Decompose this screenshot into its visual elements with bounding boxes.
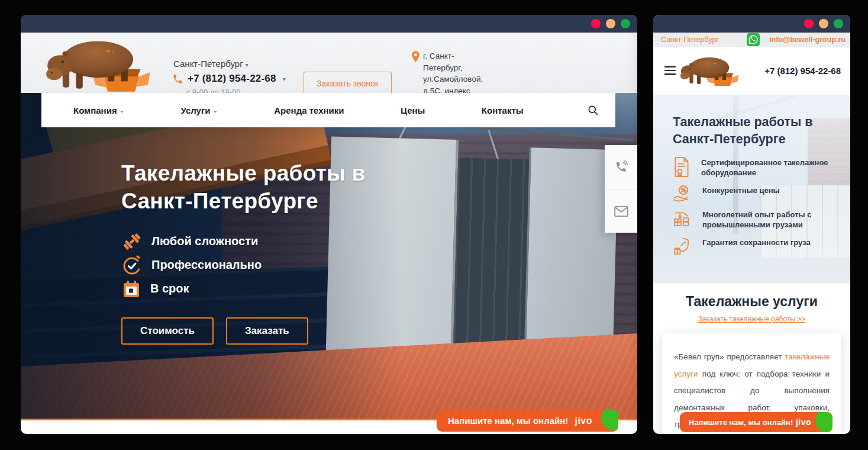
phone-number[interactable]: +7 (812) 954-22-68: [188, 73, 276, 85]
floating-contact-panel: [605, 145, 637, 233]
nav-item-label: Услуги: [181, 105, 211, 115]
jivo-logo: jivo: [575, 416, 592, 426]
search-button[interactable]: [587, 104, 599, 116]
cost-button[interactable]: Стоимость: [121, 317, 214, 345]
hero-title: Такелажные работы в Санкт-Петербурге: [121, 159, 366, 215]
whatsapp-icon: [747, 33, 760, 46]
desktop-browser-window: ☂↑ Санкт-Петербург▾ +7 (812) 954-22-68 ▾…: [21, 15, 637, 434]
close-button[interactable]: [804, 19, 814, 28]
certificate-icon: [673, 156, 690, 178]
calendar-icon: [121, 279, 141, 299]
search-icon: [587, 104, 599, 116]
feature-cargo-safety: Гарантия сохранности груза: [673, 237, 838, 255]
nav-item-services[interactable]: Услуги⌄: [181, 105, 218, 115]
services-title: Такелажные услуги: [653, 283, 850, 310]
logo[interactable]: ☂↑: [679, 53, 741, 89]
feature-competitive-prices: Конкурентные цены: [673, 185, 838, 202]
close-button[interactable]: [591, 19, 601, 28]
hero-section: Такелажные работы в Санкт-Петербурге Люб…: [21, 93, 637, 419]
nav-item-label: Цены: [401, 105, 425, 115]
location-pin-icon: [410, 50, 421, 64]
desktop-titlebar: [21, 15, 637, 33]
chevron-down-icon: ⌄: [120, 107, 124, 114]
nav-item-equipment-rental[interactable]: Аренда техники: [274, 105, 344, 115]
chat-message: Напишите нам, мы онлайн!: [689, 418, 793, 427]
jivo-leaf-icon: [601, 410, 618, 430]
phone-number[interactable]: +7 (812) 954-22-68: [764, 66, 841, 76]
feature-industrial-experience: Многолетний опыт работы с промышленными …: [673, 210, 838, 230]
request-call-button[interactable]: Заказать звонок: [304, 72, 392, 95]
maximize-button[interactable]: [834, 19, 843, 28]
order-button[interactable]: Заказать: [226, 317, 308, 345]
mail-icon: [614, 205, 629, 218]
jivo-leaf-icon: [815, 412, 832, 432]
chevron-down-icon[interactable]: ▾: [283, 76, 286, 82]
minimize-button[interactable]: [606, 19, 615, 28]
email-widget-button[interactable]: [605, 189, 637, 233]
feature-any-complexity: Любой сложности: [121, 230, 366, 252]
phone-icon: [172, 73, 183, 85]
main-navigation: Компания⌄ Услуги⌄ Аренда техники Цены Ко…: [41, 93, 615, 127]
nav-item-label: Контакты: [482, 105, 524, 115]
clock-check-icon: [121, 255, 143, 276]
hero-feature-list: Любой сложности Профессионально В срок: [121, 230, 366, 300]
hamburger-menu-button[interactable]: [664, 66, 676, 78]
cargo-safety-icon: [673, 236, 692, 255]
city-label: Санкт-Петербург: [173, 59, 243, 69]
services-section: Такелажные услуги Заказать такелажные ра…: [653, 283, 850, 434]
site-header: ☂↑ Санкт-Петербург▾ +7 (812) 954-22-68 ▾…: [21, 33, 637, 93]
mobile-topbar: Санкт-Петербург info@bewell-group.ru: [653, 33, 850, 47]
hippo-logo-icon: ☂↑: [44, 34, 154, 92]
feature-professional: Профессионально: [121, 254, 366, 276]
mobile-browser-window: Санкт-Петербург info@bewell-group.ru: [653, 15, 850, 434]
nav-item-prices[interactable]: Цены: [401, 105, 425, 115]
jivo-chat-widget[interactable]: Напишите нам, мы онлайн! jivo: [437, 410, 618, 432]
crane-cargo-icon: [673, 208, 692, 227]
hippo-logo-icon: ☂↑: [679, 53, 741, 86]
mobile-header: ☂↑ +7 (812) 954-22-68: [653, 47, 850, 95]
jivo-logo: jivo: [796, 417, 811, 427]
minimize-button[interactable]: [819, 19, 828, 28]
nav-item-label: Аренда техники: [274, 105, 344, 115]
phone-icon: [614, 159, 629, 175]
email-link[interactable]: info@bewell-group.ru: [769, 36, 846, 44]
mobile-titlebar: [653, 15, 850, 33]
hero-title: Такелажные работы в Санкт-Петербурге: [673, 114, 838, 148]
order-rigging-link[interactable]: Заказать такелажные работы >>: [698, 315, 806, 323]
callback-widget-button[interactable]: [605, 145, 637, 189]
feature-on-time: В срок: [121, 278, 366, 300]
chat-message: Напишите нам, мы онлайн!: [448, 416, 568, 426]
nav-item-company[interactable]: Компания⌄: [73, 105, 124, 115]
svg-text:☂↑: ☂↑: [105, 49, 115, 56]
svg-text:☂↑: ☂↑: [714, 62, 719, 66]
nav-item-contacts[interactable]: Контакты: [482, 105, 524, 115]
city-selector[interactable]: Санкт-Петербург▾: [173, 59, 249, 69]
jivo-chat-widget[interactable]: Напишите нам, мы онлайн! jivo: [680, 412, 832, 432]
whatsapp-button[interactable]: [747, 33, 760, 46]
mobile-hero-section: Такелажные работы в Санкт-Петербурге Сер…: [653, 95, 850, 283]
percent-hand-icon: [673, 184, 692, 202]
nav-item-label: Компания: [73, 105, 117, 115]
maximize-button[interactable]: [621, 19, 630, 28]
city-label[interactable]: Санкт-Петербург: [661, 36, 719, 44]
chevron-down-icon: ▾: [246, 62, 249, 68]
dumbbell-icon: [121, 231, 143, 252]
chevron-down-icon: ⌄: [212, 107, 217, 114]
logo[interactable]: ☂↑: [44, 34, 154, 94]
hero-feature-list: Сертифицированное такелажное оборудовани…: [673, 158, 838, 255]
feature-certified-equipment: Сертифицированное такелажное оборудовани…: [673, 158, 838, 178]
